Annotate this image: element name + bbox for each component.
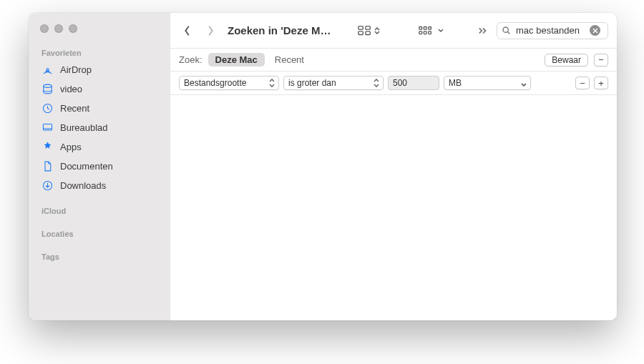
sidebar-item-desktop[interactable]: Bureaublad bbox=[29, 118, 170, 137]
sidebar-item-recent[interactable]: Recent bbox=[29, 99, 170, 118]
svg-point-1 bbox=[44, 84, 52, 87]
criteria-attribute-label: Bestandsgrootte bbox=[184, 78, 246, 88]
window-controls bbox=[29, 21, 170, 44]
remove-criteria-button[interactable]: − bbox=[594, 54, 608, 67]
sidebar-section-tags[interactable]: Tags bbox=[29, 248, 170, 264]
criteria-add-button[interactable]: + bbox=[594, 77, 608, 89]
chevron-down-icon bbox=[521, 80, 527, 90]
svg-rect-3 bbox=[43, 124, 52, 131]
svg-rect-9 bbox=[419, 26, 422, 29]
minimize-traffic-light[interactable] bbox=[54, 24, 63, 33]
sidebar-section-locations[interactable]: Locaties bbox=[29, 225, 170, 241]
clock-icon bbox=[42, 102, 54, 114]
sidebar-section-icloud[interactable]: iCloud bbox=[29, 202, 170, 218]
sidebar-item-label: Documenten bbox=[60, 161, 113, 172]
download-icon bbox=[42, 179, 54, 192]
search-input[interactable] bbox=[514, 24, 586, 36]
apps-icon bbox=[42, 141, 54, 153]
criteria-comparator-select[interactable]: is groter dan bbox=[283, 76, 384, 90]
search-criteria-row: Bestandsgrootte is groter dan MB − bbox=[170, 72, 617, 95]
svg-rect-13 bbox=[424, 31, 427, 34]
criteria-value-input[interactable] bbox=[388, 76, 439, 90]
sidebar-item-label: Recent bbox=[60, 103, 89, 114]
zoom-traffic-light[interactable] bbox=[69, 24, 77, 33]
svg-rect-12 bbox=[419, 31, 422, 34]
svg-rect-8 bbox=[366, 31, 370, 34]
search-label: Zoek: bbox=[179, 54, 203, 65]
chevron-updown-icon bbox=[374, 78, 381, 88]
scope-this-mac[interactable]: Deze Mac bbox=[208, 53, 265, 67]
sidebar-item-airdrop[interactable]: AirDrop bbox=[29, 60, 170, 79]
sidebar-item-downloads[interactable]: Downloads bbox=[29, 176, 170, 195]
criteria-comparator-label: is groter dan bbox=[288, 78, 336, 88]
sidebar-item-video[interactable]: video bbox=[29, 79, 170, 99]
finder-window: Favorieten AirDrop video Recent Bureaubl… bbox=[29, 13, 617, 320]
window-title: Zoeken in 'Deze M… bbox=[228, 24, 331, 36]
disk-icon bbox=[42, 83, 54, 95]
criteria-unit-select[interactable]: MB bbox=[444, 76, 531, 90]
search-icon bbox=[502, 26, 511, 35]
sidebar-item-apps[interactable]: Apps bbox=[29, 137, 170, 157]
svg-rect-5 bbox=[358, 26, 363, 29]
criteria-attribute-select[interactable]: Bestandsgrootte bbox=[179, 76, 279, 90]
sidebar: Favorieten AirDrop video Recent Bureaubl… bbox=[29, 13, 170, 320]
svg-rect-14 bbox=[429, 31, 431, 34]
toolbar: Zoeken in 'Deze M… bbox=[170, 13, 617, 49]
document-icon bbox=[42, 160, 54, 172]
back-button[interactable] bbox=[179, 21, 196, 41]
criteria-unit-label: MB bbox=[449, 78, 462, 88]
sidebar-item-label: Downloads bbox=[60, 180, 106, 191]
forward-button[interactable] bbox=[202, 21, 219, 41]
criteria-remove-button[interactable]: − bbox=[575, 77, 590, 89]
close-traffic-light[interactable] bbox=[40, 24, 49, 33]
sidebar-item-label: AirDrop bbox=[60, 64, 92, 75]
view-switcher[interactable] bbox=[355, 25, 383, 36]
group-by-menu[interactable] bbox=[416, 26, 447, 36]
chevron-updown-icon bbox=[269, 78, 276, 88]
sidebar-section-favorites: Favorieten bbox=[29, 44, 170, 60]
desktop-icon bbox=[42, 122, 54, 134]
toolbar-overflow-button[interactable] bbox=[475, 26, 491, 35]
scope-recent[interactable]: Recent bbox=[270, 53, 308, 67]
sidebar-item-documents[interactable]: Documenten bbox=[29, 157, 170, 176]
sidebar-item-label: video bbox=[60, 84, 82, 94]
sidebar-item-label: Apps bbox=[60, 142, 82, 152]
main-panel: Zoeken in 'Deze M… bbox=[170, 13, 617, 320]
results-area bbox=[170, 95, 617, 320]
airdrop-icon bbox=[42, 64, 54, 76]
save-search-button[interactable]: Bewaar bbox=[545, 54, 588, 67]
svg-point-15 bbox=[503, 27, 508, 32]
search-field[interactable] bbox=[497, 22, 608, 39]
clear-search-button[interactable] bbox=[590, 25, 600, 36]
search-scope-bar: Zoek: Deze Mac Recent Bewaar − bbox=[170, 49, 617, 72]
svg-rect-10 bbox=[424, 26, 427, 29]
svg-rect-7 bbox=[358, 31, 363, 34]
sidebar-item-label: Bureaublad bbox=[60, 122, 108, 133]
svg-rect-11 bbox=[429, 26, 431, 29]
svg-rect-6 bbox=[366, 26, 370, 29]
